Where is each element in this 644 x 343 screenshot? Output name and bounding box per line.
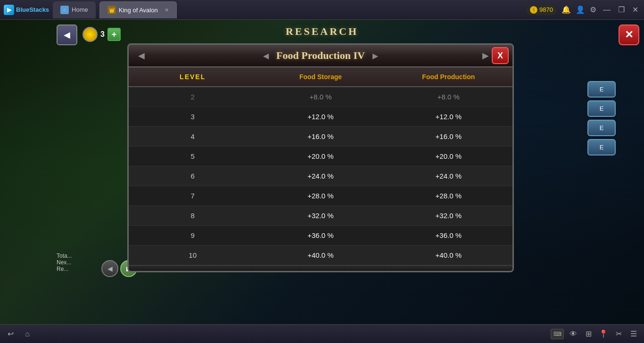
currency-area: 3 + xyxy=(83,27,121,42)
side-button-4[interactable]: E xyxy=(587,139,616,155)
research-label: Re... xyxy=(57,266,72,272)
game-tab-label: King of Avalon xyxy=(119,7,158,14)
game-close-button[interactable]: ✕ xyxy=(619,24,639,45)
side-button-2[interactable]: E xyxy=(587,100,616,117)
cell-level-9: 9 xyxy=(129,226,256,245)
food-production-dialog: ◀ Food Production IV ▶ X LEVEL Food Stor… xyxy=(127,43,514,272)
game-area: RESEARCH ◀ 3 + ✕ E E E E Tota... Nex... … xyxy=(0,20,644,324)
minimize-button[interactable]: — xyxy=(601,5,612,15)
taskbar-back-icon[interactable]: ↩ xyxy=(5,328,16,340)
tab-game[interactable]: 👑 King of Avalon ✕ xyxy=(99,1,177,18)
tab-close-icon[interactable]: ✕ xyxy=(165,7,169,13)
taskbar: ↩ ⌂ ⌨ 👁 ⊞ 📍 ✂ ☰ xyxy=(0,324,644,343)
taskbar-right: ⌨ 👁 ⊞ 📍 ✂ ☰ xyxy=(551,328,639,340)
currency-add-button[interactable]: + xyxy=(107,28,121,41)
cell-food-production-9: +36.0 % xyxy=(385,226,512,245)
cell-food-storage-3: +12.0 % xyxy=(256,107,384,126)
table-header: LEVEL Food Storage Food Production xyxy=(129,67,512,87)
game-close-icon: ✕ xyxy=(625,29,633,41)
settings-gear-icon[interactable]: ⚙ xyxy=(590,5,596,14)
info-box: Tota... Nex... Re... xyxy=(57,253,72,272)
cell-level-7: 7 xyxy=(129,186,256,205)
bluestacks-bar: ▶ BlueStacks ⌂ Home 👑 King of Avalon ✕ $… xyxy=(0,0,644,20)
dialog-title: Food Production IV xyxy=(276,49,365,62)
close-window-button[interactable]: ✕ xyxy=(630,4,640,15)
cell-level-6: 6 xyxy=(129,166,256,186)
next-label: Nex... xyxy=(57,259,72,266)
table-row: 7 +28.0 % +28.0 % xyxy=(129,186,512,206)
table-row: 5 +20.0 % +20.0 % xyxy=(129,147,512,166)
window-controls: — ❐ ✕ xyxy=(601,4,640,15)
table-row: 8 +32.0 % +32.0 % xyxy=(129,206,512,226)
cell-food-production-10: +40.0 % xyxy=(385,245,512,265)
coins-badge: $ 9870 xyxy=(526,5,557,15)
dialog-footer xyxy=(129,265,512,271)
cell-food-storage-2: +8.0 % xyxy=(256,87,384,106)
cell-food-production-6: +24.0 % xyxy=(385,166,512,186)
nav-arrow-left[interactable]: ◀ xyxy=(101,260,118,277)
taskbar-eye-icon[interactable]: 👁 xyxy=(568,328,579,340)
dialog-arrow-left-icon: ◀ xyxy=(263,51,269,60)
taskbar-home-icon[interactable]: ⌂ xyxy=(22,328,33,340)
profile-icon[interactable]: 👤 xyxy=(576,5,585,14)
cell-level-10: 10 xyxy=(129,245,256,265)
side-button-3[interactable]: E xyxy=(587,120,616,136)
table-row: 2 +8.0 % +8.0 % xyxy=(129,87,512,107)
tab-home[interactable]: ⌂ Home xyxy=(53,1,96,18)
dialog-close-icon: X xyxy=(497,51,503,61)
table-row: 4 +16.0 % +16.0 % xyxy=(129,127,512,147)
maximize-button[interactable]: ❐ xyxy=(616,4,627,15)
column-header-level: LEVEL xyxy=(129,67,256,86)
side-button-1[interactable]: E xyxy=(587,81,616,98)
table-row: 9 +36.0 % +36.0 % xyxy=(129,226,512,245)
table-body: 2 +8.0 % +8.0 % 3 +12.0 % +12.0 % 4 +16.… xyxy=(129,87,512,265)
dialog-arrow-right-icon: ▶ xyxy=(372,51,378,60)
cell-food-production-8: +32.0 % xyxy=(385,206,512,225)
cell-food-storage-9: +36.0 % xyxy=(256,226,384,245)
coin-icon: $ xyxy=(530,6,537,14)
taskbar-left: ↩ ⌂ xyxy=(5,328,33,340)
taskbar-keyboard-icon[interactable]: ⌨ xyxy=(551,329,564,339)
bluestacks-logo-icon: ▶ xyxy=(4,5,14,15)
table-row: 3 +12.0 % +12.0 % xyxy=(129,107,512,127)
table-row: 6 +24.0 % +24.0 % xyxy=(129,166,512,186)
cell-food-production-2: +8.0 % xyxy=(385,87,512,106)
cell-food-storage-4: +16.0 % xyxy=(256,127,384,146)
cell-level-5: 5 xyxy=(129,147,256,166)
cell-level-8: 8 xyxy=(129,206,256,225)
column-header-food-storage: Food Storage xyxy=(256,67,384,86)
bluestacks-logo: ▶ BlueStacks xyxy=(4,5,49,15)
dialog-close-button[interactable]: X xyxy=(492,47,509,64)
cell-food-production-7: +28.0 % xyxy=(385,186,512,205)
coins-amount: 9870 xyxy=(539,6,553,13)
column-header-food-production: Food Production xyxy=(385,67,512,86)
cell-food-storage-7: +28.0 % xyxy=(256,186,384,205)
notification-bell-icon[interactable]: 🔔 xyxy=(561,5,571,14)
total-label: Tota... xyxy=(57,253,72,259)
cell-level-4: 4 xyxy=(129,127,256,146)
game-tab-icon: 👑 xyxy=(107,6,116,14)
cell-food-production-5: +20.0 % xyxy=(385,147,512,166)
bluestacks-name: BlueStacks xyxy=(16,6,49,13)
back-button[interactable]: ◀ xyxy=(57,24,77,45)
cell-food-production-4: +16.0 % xyxy=(385,127,512,146)
cell-food-storage-8: +32.0 % xyxy=(256,206,384,225)
top-right-controls: $ 9870 🔔 👤 ⚙ — ❐ ✕ xyxy=(526,4,640,15)
home-tab-icon: ⌂ xyxy=(60,6,69,14)
cell-level-2: 2 xyxy=(129,87,256,106)
home-tab-label: Home xyxy=(72,6,88,13)
cell-food-storage-10: +40.0 % xyxy=(256,245,384,265)
taskbar-scissors-icon[interactable]: ✂ xyxy=(613,328,624,340)
taskbar-menu-icon[interactable]: ☰ xyxy=(628,328,639,340)
cell-food-storage-5: +20.0 % xyxy=(256,147,384,166)
side-buttons: E E E E xyxy=(587,81,616,155)
taskbar-pin-icon[interactable]: 📍 xyxy=(598,328,609,340)
cell-food-production-3: +12.0 % xyxy=(385,107,512,126)
cell-level-3: 3 xyxy=(129,107,256,126)
cell-food-storage-6: +24.0 % xyxy=(256,166,384,186)
taskbar-expand-icon[interactable]: ⊞ xyxy=(583,328,594,340)
dialog-title-bar: ◀ Food Production IV ▶ X xyxy=(129,45,512,67)
research-title: RESEARCH xyxy=(286,25,358,37)
currency-icon xyxy=(83,27,98,42)
currency-count: 3 xyxy=(100,30,105,39)
